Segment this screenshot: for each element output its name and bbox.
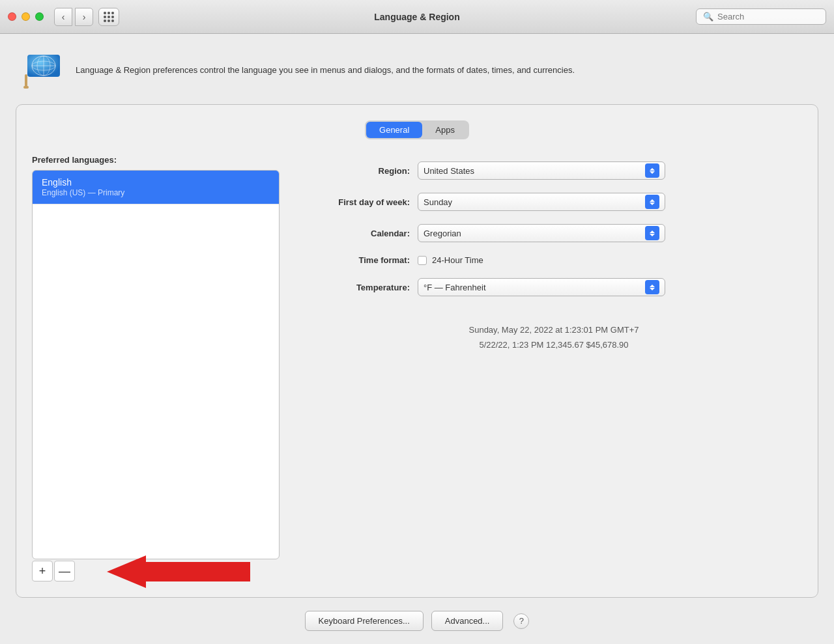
languages-label: Preferred languages: [32, 155, 280, 165]
arrow-annotation [107, 555, 250, 588]
body-split: Preferred languages: English English (US… [32, 155, 802, 581]
back-button[interactable]: ‹ [54, 8, 72, 26]
temperature-row: Temperature: °F — Fahrenheit [306, 278, 802, 296]
temperature-label: Temperature: [306, 283, 410, 292]
tabs-container: General Apps [32, 120, 802, 139]
calendar-chevron-icon [645, 226, 659, 240]
calendar-select-content: Gregorian [424, 226, 659, 240]
remove-language-button[interactable]: — [54, 561, 75, 581]
first-day-select[interactable]: Sunday [418, 193, 665, 211]
region-chevron-icon [645, 163, 659, 178]
window-title: Language & Region [374, 12, 459, 22]
calendar-label: Calendar: [306, 229, 410, 238]
minimize-button[interactable] [22, 12, 30, 21]
region-value: United States [424, 166, 474, 176]
help-button[interactable]: ? [513, 613, 529, 629]
first-day-label: First day of week: [306, 197, 410, 207]
list-controls-wrapper: + — [32, 561, 280, 581]
left-panel: Preferred languages: English English (US… [32, 155, 280, 581]
header-description: Language & Region preferences control th… [76, 64, 575, 77]
region-label: Region: [306, 166, 410, 176]
grid-view-button[interactable] [98, 8, 119, 26]
globe-icon [21, 49, 63, 91]
settings-rows: Region: United States [306, 161, 802, 296]
right-panel: Region: United States [306, 155, 802, 581]
temperature-select-content: °F — Fahrenheit [424, 280, 659, 294]
language-item[interactable]: English English (US) — Primary [33, 171, 279, 204]
tab-general[interactable]: General [366, 122, 422, 138]
first-day-row: First day of week: Sunday [306, 193, 802, 211]
tab-apps[interactable]: Apps [422, 122, 468, 138]
datetime-preview: Sunday, May 22, 2022 at 1:23:01 PM GMT+7… [306, 322, 802, 353]
region-select-content: United States [424, 163, 659, 178]
add-language-button[interactable]: + [32, 561, 53, 581]
calendar-row: Calendar: Gregorian [306, 224, 802, 242]
languages-list: English English (US) — Primary [32, 170, 280, 559]
svg-rect-1 [23, 86, 29, 89]
time-format-row: Time format: 24-Hour Time [306, 255, 802, 265]
search-input[interactable] [717, 12, 819, 21]
calendar-value: Gregorian [424, 229, 461, 238]
region-row: Region: United States [306, 161, 802, 180]
temperature-value: °F — Fahrenheit [424, 283, 486, 292]
close-button[interactable] [8, 12, 16, 21]
preview-line2: 5/22/22, 1:23 PM 12,345.67 $45,678.90 [306, 337, 802, 352]
header-section: Language & Region preferences control th… [0, 34, 834, 104]
first-day-select-content: Sunday [424, 195, 659, 209]
temperature-select[interactable]: °F — Fahrenheit [418, 278, 665, 296]
preview-line1: Sunday, May 22, 2022 at 1:23:01 PM GMT+7 [306, 322, 802, 337]
advanced-button[interactable]: Advanced... [431, 611, 504, 631]
time-format-checkbox[interactable] [418, 256, 427, 265]
region-select[interactable]: United States [418, 161, 665, 180]
temperature-chevron-icon [645, 280, 659, 294]
first-day-chevron-icon [645, 195, 659, 209]
keyboard-preferences-button[interactable]: Keyboard Preferences... [305, 611, 424, 631]
nav-buttons: ‹ › [54, 8, 93, 26]
time-format-value: 24-Hour Time [432, 255, 483, 265]
language-name: English [42, 177, 270, 188]
traffic-lights [8, 12, 44, 21]
calendar-select[interactable]: Gregorian [418, 224, 665, 242]
first-day-value: Sunday [424, 197, 452, 207]
tabs: General Apps [365, 120, 469, 139]
time-format-label: Time format: [306, 255, 410, 265]
time-format-checkbox-row: 24-Hour Time [418, 255, 483, 265]
search-icon: 🔍 [703, 12, 713, 21]
search-bar[interactable]: 🔍 [696, 8, 826, 25]
bottom-bar: Keyboard Preferences... Advanced... ? [0, 598, 834, 644]
svg-marker-8 [107, 555, 250, 588]
forward-button[interactable]: › [75, 8, 93, 26]
grid-icon [104, 12, 114, 22]
language-subname: English (US) — Primary [42, 188, 270, 197]
settings-panel: General Apps Preferred languages: Englis… [16, 104, 818, 598]
main-content: Language & Region preferences control th… [0, 34, 834, 644]
maximize-button[interactable] [35, 12, 44, 21]
title-bar: ‹ › Language & Region 🔍 [0, 0, 834, 34]
